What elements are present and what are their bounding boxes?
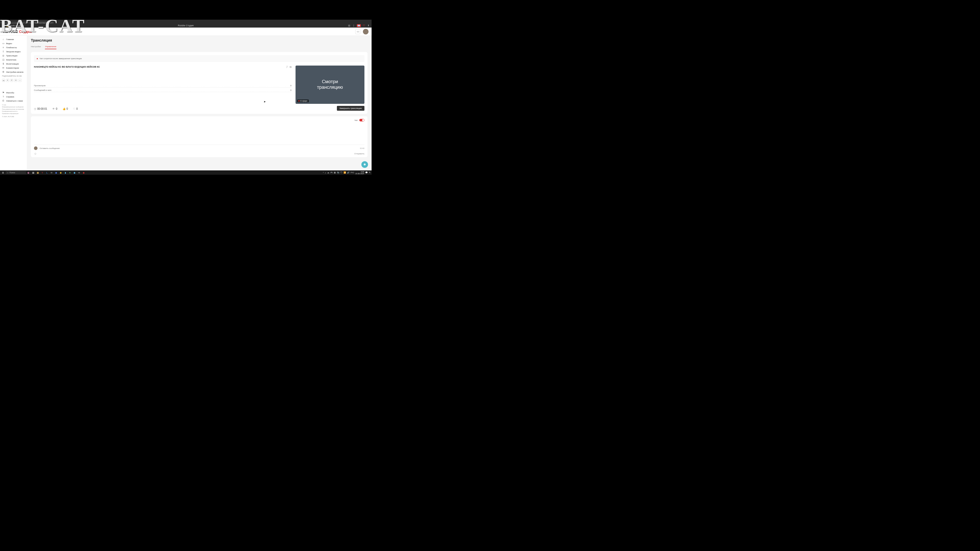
footer-link[interactable]: Пользовательское соглашение (2, 108, 25, 110)
end-stream-button[interactable]: Завершить трансляцию (337, 106, 364, 111)
sidebar-item-settings[interactable]: ⚙Настройка канала (0, 70, 27, 74)
sidebar-item-contact[interactable]: ✆Связаться с нами (0, 99, 27, 103)
tray-icon[interactable]: 🛡 (340, 171, 342, 174)
app-icon[interactable]: ◉ (59, 171, 63, 175)
share-icon[interactable]: ⤴ (286, 65, 288, 68)
start-button[interactable]: ⊞ (1, 171, 5, 175)
back-icon[interactable]: ‹ (2, 24, 5, 27)
plus-icon[interactable]: + (18, 79, 21, 82)
page-title: Rutube Студия (178, 24, 194, 27)
sidebar-item-label: Главная (6, 38, 14, 41)
app-icon[interactable]: ⥤ (49, 171, 54, 175)
sidebar-item-complaints[interactable]: ⚑Жалобы (0, 91, 27, 95)
telegram-icon[interactable]: ✈ (6, 79, 9, 82)
app-icon[interactable]: ● (68, 171, 72, 175)
clock-icon: ◷ (34, 107, 36, 110)
footer-link[interactable]: Конфиденциальность (2, 110, 25, 112)
logo[interactable]: RUTUBE Студия (3, 30, 32, 34)
video-preview[interactable]: Смотри трансляцию В эфире (296, 65, 364, 104)
phone-icon[interactable]: ✆ (10, 79, 13, 82)
sidebar-item-help[interactable]: ?Справка (0, 95, 27, 99)
tray-icon[interactable]: ☁ (327, 171, 329, 174)
sidebar-item-label: Аналитика (6, 59, 16, 61)
date: 15.08.2024 (355, 173, 364, 175)
help-icon: ? (2, 95, 5, 98)
language-indicator[interactable]: РУС (351, 171, 354, 173)
app-icon[interactable]: ▦ (36, 171, 40, 175)
tray-icon[interactable]: ⟁ (325, 171, 326, 174)
sidebar-item-label: Жалобы (6, 92, 14, 94)
app-icon[interactable]: Y (40, 171, 45, 175)
taskbar-search[interactable]: ⌕ Поиск (6, 171, 26, 174)
tray-icon[interactable]: 🎮 (330, 171, 333, 174)
logo-brand: RUTUBE (3, 30, 18, 34)
notice-text: Чат сотрется после завершения трансляции (40, 57, 82, 60)
metric-value: 0 (67, 107, 68, 110)
app-icon[interactable]: L (45, 171, 49, 175)
tab-settings[interactable]: Настройки (31, 45, 41, 49)
video-icon[interactable]: ▭ (355, 29, 360, 34)
chat-toggle[interactable] (360, 119, 364, 121)
chat-input[interactable] (40, 147, 358, 149)
volume-icon[interactable]: 🔊 (347, 171, 350, 174)
metric-value: 0 (76, 107, 78, 110)
emoji-icon[interactable]: ☺ (34, 152, 37, 155)
sidebar-item-streams[interactable]: ◎Трансляции (0, 54, 27, 58)
stat-row: Сообщений в чате 0 (34, 89, 291, 92)
chart-icon: ◫ (2, 59, 5, 61)
metric-value: 00:00:01 (37, 107, 47, 110)
bookmark-icon[interactable]: ▤ (348, 24, 351, 27)
broadcast-icon: ◎ (2, 54, 5, 57)
sidebar-item-comments[interactable]: ✉Комментарии (0, 66, 27, 70)
app-icon[interactable]: ◗ (63, 171, 67, 175)
url-text[interactable]: studio.rutube.ru (10, 24, 24, 27)
vk-icon[interactable]: vk (2, 79, 5, 82)
app-icon[interactable]: ⥤ (77, 171, 81, 175)
lock-icon: 🔒 (6, 24, 9, 27)
stat-label: Просмотров (34, 84, 45, 87)
chevron-up-icon[interactable]: ^ (323, 171, 324, 174)
shield-icon[interactable]: 🛡 (363, 24, 366, 27)
gear-icon: ⚙ (2, 71, 5, 73)
stat-row: Просмотров 0 (34, 84, 291, 87)
sidebar-item-home[interactable]: ⌂Главная (0, 37, 27, 41)
app-header: RUTUBE Студия ▭ (0, 27, 372, 36)
footer-copyright: © 2024, RUTUBE (2, 116, 25, 118)
sidebar-item-analytics[interactable]: ◫Аналитика (0, 58, 27, 62)
live-label: В эфире (301, 100, 307, 102)
app-icon[interactable]: ◐ (27, 171, 30, 175)
app-icon[interactable]: ▦ (31, 171, 35, 175)
wifi-icon[interactable]: 📶 (344, 171, 346, 174)
external-link-icon[interactable]: ⧉ (290, 65, 291, 68)
tab-management[interactable]: Управление (45, 45, 56, 49)
extension-badge[interactable]: 📧 (357, 24, 361, 27)
app-icon[interactable]: ◉ (54, 171, 58, 175)
tray-icon[interactable]: 📷 (337, 171, 339, 174)
footer-link[interactable]: О нас (2, 104, 25, 106)
send-button[interactable]: Отправить (354, 152, 364, 155)
avatar (34, 146, 38, 150)
tabs-nav: Настройки Управление (31, 45, 368, 49)
search-placeholder: Поиск (10, 171, 15, 174)
whatsapp-icon[interactable]: ✉ (14, 79, 18, 82)
tray-icon[interactable]: ▦ (334, 171, 336, 174)
upload-icon: ⇪ (2, 50, 5, 53)
eye-icon: 👁 (52, 107, 55, 110)
sidebar-item-upload[interactable]: ⇪Загрузка видео (0, 49, 27, 54)
footer-link[interactable]: Правовая информация (2, 113, 25, 114)
download-icon[interactable]: ⬇ (367, 24, 370, 27)
app-icon[interactable]: ◉ (82, 171, 86, 175)
clock[interactable]: 9:08 15.08.2024 (355, 171, 364, 175)
sidebar-item-playlists[interactable]: ≡Плейлисты (0, 45, 27, 49)
footer-link[interactable]: Информационные сообщения (2, 106, 25, 108)
sidebar-item-monetization[interactable]: $Монетизация (0, 62, 27, 66)
sidebar-item-video[interactable]: ▭Видео (0, 41, 27, 45)
app-icon[interactable]: ◉ (73, 171, 76, 175)
comment-icon: ✉ (2, 67, 5, 69)
notification-icon[interactable]: ✎ (369, 171, 371, 174)
sidebar-item-label: Комментарии (6, 67, 19, 69)
warning-icon: ● (37, 57, 38, 60)
help-fab[interactable]: ✱ (361, 161, 368, 168)
avatar[interactable] (363, 29, 369, 35)
notification-icon[interactable]: 💬 (365, 171, 368, 174)
